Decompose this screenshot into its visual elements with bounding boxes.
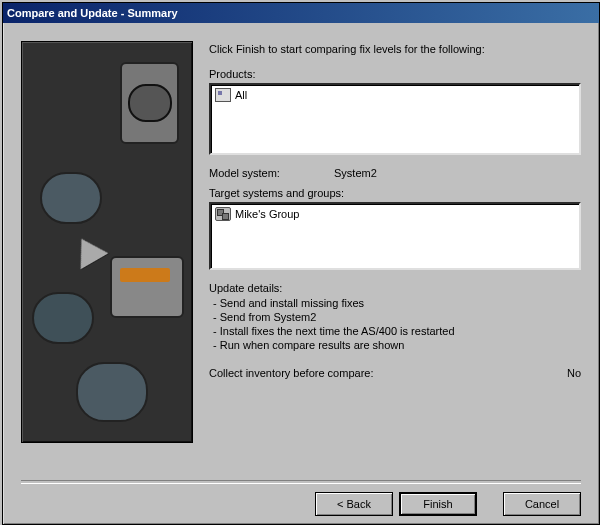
wizard-window: Compare and Update - Summary Click Finis… [2, 2, 600, 525]
title-bar: Compare and Update - Summary [3, 3, 599, 23]
targets-heading: Target systems and groups: [209, 187, 581, 199]
detail-line: Send and install missing fixes [213, 297, 581, 309]
model-system-label: Model system: [209, 167, 334, 179]
content-area: Click Finish to start comparing fix leve… [3, 23, 599, 474]
inventory-label: Collect inventory before compare: [209, 367, 541, 379]
intro-text: Click Finish to start comparing fix leve… [209, 43, 581, 55]
cancel-button[interactable]: Cancel [503, 492, 581, 516]
product-item[interactable]: All [215, 88, 575, 102]
target-item[interactable]: Mike's Group [215, 207, 575, 221]
products-heading: Products: [209, 68, 581, 80]
product-item-label: All [235, 89, 247, 101]
button-bar: < Back Finish Cancel [3, 484, 599, 524]
update-details: Update details: Send and install missing… [209, 280, 581, 361]
targets-listbox[interactable]: Mike's Group [209, 202, 581, 270]
summary-form: Click Finish to start comparing fix leve… [193, 33, 581, 470]
target-item-label: Mike's Group [235, 208, 299, 220]
server-icon [215, 88, 231, 102]
finish-button[interactable]: Finish [399, 492, 477, 516]
model-system-value: System2 [334, 167, 377, 179]
window-title: Compare and Update - Summary [7, 7, 178, 19]
group-icon [215, 207, 231, 221]
products-listbox[interactable]: All [209, 83, 581, 155]
detail-line: Run when compare results are shown [213, 339, 581, 351]
inventory-row: Collect inventory before compare: No [209, 367, 581, 379]
back-button[interactable]: < Back [315, 492, 393, 516]
detail-line: Send from System2 [213, 311, 581, 323]
wizard-illustration [21, 41, 193, 443]
details-heading: Update details: [209, 282, 581, 294]
inventory-value: No [541, 367, 581, 379]
model-system-row: Model system: System2 [209, 167, 581, 179]
detail-line: Install fixes the next time the AS/400 i… [213, 325, 581, 337]
